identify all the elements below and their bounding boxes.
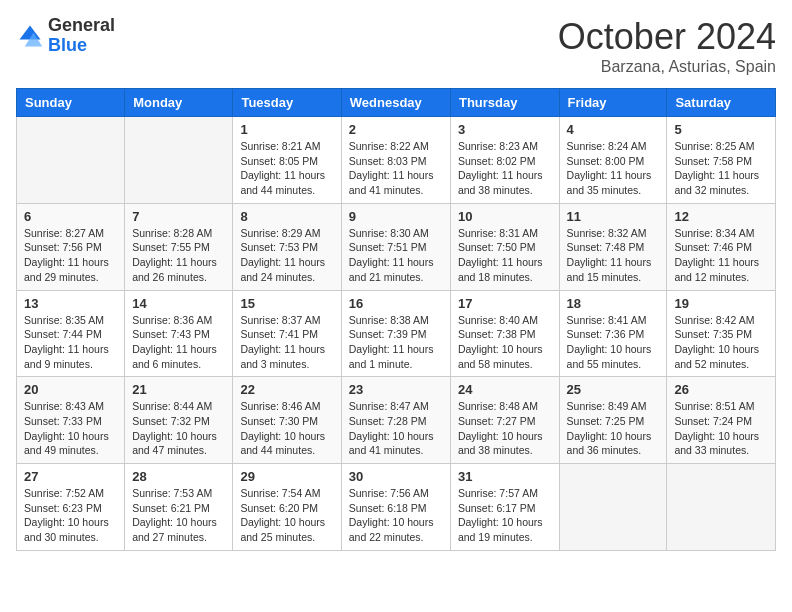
daylight-text: Daylight: 10 hours and 25 minutes. <box>240 515 333 544</box>
cell-content: Sunrise: 8:41 AMSunset: 7:36 PMDaylight:… <box>567 313 660 372</box>
day-number: 29 <box>240 469 333 484</box>
daylight-text: Daylight: 11 hours and 3 minutes. <box>240 342 333 371</box>
sunrise-text: Sunrise: 7:52 AM <box>24 486 117 501</box>
sunset-text: Sunset: 7:30 PM <box>240 414 333 429</box>
daylight-text: Daylight: 10 hours and 41 minutes. <box>349 429 443 458</box>
calendar-cell: 13Sunrise: 8:35 AMSunset: 7:44 PMDayligh… <box>17 290 125 377</box>
sunrise-text: Sunrise: 8:47 AM <box>349 399 443 414</box>
day-number: 18 <box>567 296 660 311</box>
sunrise-text: Sunrise: 8:51 AM <box>674 399 768 414</box>
sunrise-text: Sunrise: 8:30 AM <box>349 226 443 241</box>
sunrise-text: Sunrise: 8:44 AM <box>132 399 225 414</box>
calendar-cell: 23Sunrise: 8:47 AMSunset: 7:28 PMDayligh… <box>341 377 450 464</box>
sunset-text: Sunset: 6:21 PM <box>132 501 225 516</box>
sunrise-text: Sunrise: 8:28 AM <box>132 226 225 241</box>
daylight-text: Daylight: 11 hours and 18 minutes. <box>458 255 552 284</box>
logo: General Blue <box>16 16 115 56</box>
daylight-text: Daylight: 11 hours and 44 minutes. <box>240 168 333 197</box>
sunset-text: Sunset: 6:20 PM <box>240 501 333 516</box>
calendar-cell: 10Sunrise: 8:31 AMSunset: 7:50 PMDayligh… <box>450 203 559 290</box>
calendar-cell: 11Sunrise: 8:32 AMSunset: 7:48 PMDayligh… <box>559 203 667 290</box>
cell-content: Sunrise: 7:52 AMSunset: 6:23 PMDaylight:… <box>24 486 117 545</box>
day-number: 16 <box>349 296 443 311</box>
cell-content: Sunrise: 7:56 AMSunset: 6:18 PMDaylight:… <box>349 486 443 545</box>
day-number: 14 <box>132 296 225 311</box>
day-number: 24 <box>458 382 552 397</box>
sunset-text: Sunset: 7:58 PM <box>674 154 768 169</box>
sunset-text: Sunset: 7:43 PM <box>132 327 225 342</box>
calendar-cell: 24Sunrise: 8:48 AMSunset: 7:27 PMDayligh… <box>450 377 559 464</box>
calendar-header: Sunday Monday Tuesday Wednesday Thursday… <box>17 89 776 117</box>
cell-content: Sunrise: 8:38 AMSunset: 7:39 PMDaylight:… <box>349 313 443 372</box>
logo-icon <box>16 22 44 50</box>
cell-content: Sunrise: 7:53 AMSunset: 6:21 PMDaylight:… <box>132 486 225 545</box>
daylight-text: Daylight: 10 hours and 47 minutes. <box>132 429 225 458</box>
calendar-cell: 21Sunrise: 8:44 AMSunset: 7:32 PMDayligh… <box>125 377 233 464</box>
sunset-text: Sunset: 8:03 PM <box>349 154 443 169</box>
daylight-text: Daylight: 11 hours and 29 minutes. <box>24 255 117 284</box>
header-row: Sunday Monday Tuesday Wednesday Thursday… <box>17 89 776 117</box>
sunset-text: Sunset: 7:32 PM <box>132 414 225 429</box>
cell-content: Sunrise: 8:37 AMSunset: 7:41 PMDaylight:… <box>240 313 333 372</box>
cell-content: Sunrise: 7:57 AMSunset: 6:17 PMDaylight:… <box>458 486 552 545</box>
sunset-text: Sunset: 6:23 PM <box>24 501 117 516</box>
cell-content: Sunrise: 7:54 AMSunset: 6:20 PMDaylight:… <box>240 486 333 545</box>
cell-content: Sunrise: 8:23 AMSunset: 8:02 PMDaylight:… <box>458 139 552 198</box>
day-number: 13 <box>24 296 117 311</box>
day-number: 19 <box>674 296 768 311</box>
calendar-cell: 4Sunrise: 8:24 AMSunset: 8:00 PMDaylight… <box>559 117 667 204</box>
cell-content: Sunrise: 8:30 AMSunset: 7:51 PMDaylight:… <box>349 226 443 285</box>
calendar-week-4: 20Sunrise: 8:43 AMSunset: 7:33 PMDayligh… <box>17 377 776 464</box>
calendar-cell: 15Sunrise: 8:37 AMSunset: 7:41 PMDayligh… <box>233 290 341 377</box>
sunrise-text: Sunrise: 8:22 AM <box>349 139 443 154</box>
day-number: 30 <box>349 469 443 484</box>
header-tuesday: Tuesday <box>233 89 341 117</box>
daylight-text: Daylight: 11 hours and 41 minutes. <box>349 168 443 197</box>
day-number: 26 <box>674 382 768 397</box>
cell-content: Sunrise: 8:47 AMSunset: 7:28 PMDaylight:… <box>349 399 443 458</box>
calendar-cell: 12Sunrise: 8:34 AMSunset: 7:46 PMDayligh… <box>667 203 776 290</box>
daylight-text: Daylight: 10 hours and 19 minutes. <box>458 515 552 544</box>
calendar-cell: 19Sunrise: 8:42 AMSunset: 7:35 PMDayligh… <box>667 290 776 377</box>
sunrise-text: Sunrise: 8:24 AM <box>567 139 660 154</box>
sunset-text: Sunset: 8:00 PM <box>567 154 660 169</box>
day-number: 20 <box>24 382 117 397</box>
day-number: 28 <box>132 469 225 484</box>
calendar-cell: 9Sunrise: 8:30 AMSunset: 7:51 PMDaylight… <box>341 203 450 290</box>
sunrise-text: Sunrise: 8:31 AM <box>458 226 552 241</box>
calendar-week-5: 27Sunrise: 7:52 AMSunset: 6:23 PMDayligh… <box>17 464 776 551</box>
sunrise-text: Sunrise: 8:27 AM <box>24 226 117 241</box>
daylight-text: Daylight: 11 hours and 32 minutes. <box>674 168 768 197</box>
day-number: 17 <box>458 296 552 311</box>
calendar-cell <box>559 464 667 551</box>
calendar-cell: 6Sunrise: 8:27 AMSunset: 7:56 PMDaylight… <box>17 203 125 290</box>
day-number: 15 <box>240 296 333 311</box>
sunrise-text: Sunrise: 8:43 AM <box>24 399 117 414</box>
logo-blue-text: Blue <box>48 36 115 56</box>
cell-content: Sunrise: 8:28 AMSunset: 7:55 PMDaylight:… <box>132 226 225 285</box>
day-number: 31 <box>458 469 552 484</box>
sunrise-text: Sunrise: 8:35 AM <box>24 313 117 328</box>
cell-content: Sunrise: 8:42 AMSunset: 7:35 PMDaylight:… <box>674 313 768 372</box>
cell-content: Sunrise: 8:51 AMSunset: 7:24 PMDaylight:… <box>674 399 768 458</box>
sunrise-text: Sunrise: 8:41 AM <box>567 313 660 328</box>
calendar-cell: 29Sunrise: 7:54 AMSunset: 6:20 PMDayligh… <box>233 464 341 551</box>
sunset-text: Sunset: 8:02 PM <box>458 154 552 169</box>
daylight-text: Daylight: 10 hours and 27 minutes. <box>132 515 225 544</box>
daylight-text: Daylight: 10 hours and 22 minutes. <box>349 515 443 544</box>
header-wednesday: Wednesday <box>341 89 450 117</box>
calendar-cell: 7Sunrise: 8:28 AMSunset: 7:55 PMDaylight… <box>125 203 233 290</box>
calendar-cell: 30Sunrise: 7:56 AMSunset: 6:18 PMDayligh… <box>341 464 450 551</box>
header-monday: Monday <box>125 89 233 117</box>
sunset-text: Sunset: 8:05 PM <box>240 154 333 169</box>
sunset-text: Sunset: 7:55 PM <box>132 240 225 255</box>
sunrise-text: Sunrise: 8:46 AM <box>240 399 333 414</box>
sunset-text: Sunset: 7:53 PM <box>240 240 333 255</box>
day-number: 23 <box>349 382 443 397</box>
day-number: 21 <box>132 382 225 397</box>
sunset-text: Sunset: 7:33 PM <box>24 414 117 429</box>
sunrise-text: Sunrise: 8:40 AM <box>458 313 552 328</box>
sunrise-text: Sunrise: 8:48 AM <box>458 399 552 414</box>
calendar-cell <box>125 117 233 204</box>
header: General Blue October 2024 Barzana, Astur… <box>16 16 776 76</box>
